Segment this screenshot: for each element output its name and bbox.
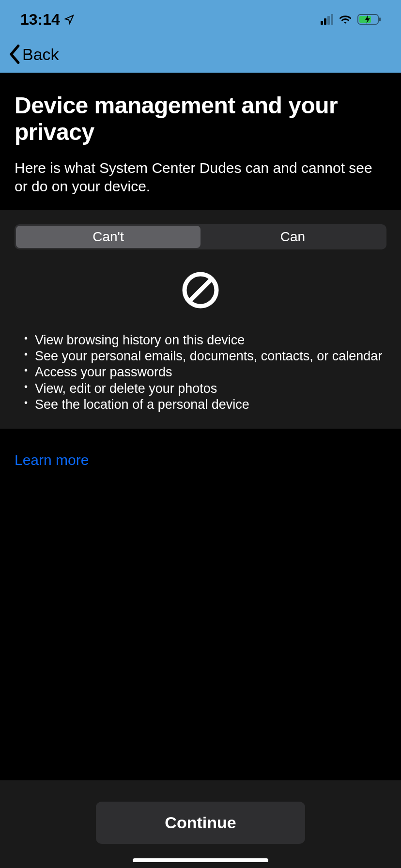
list-item: See your personal emails, documents, con…: [23, 349, 383, 364]
status-bar: 13:14: [0, 0, 401, 39]
list-item: View, edit or delete your photos: [23, 381, 383, 396]
cellular-signal-icon: [321, 14, 333, 25]
list-item: View browsing history on this device: [23, 333, 383, 348]
tab-can[interactable]: Can: [200, 226, 385, 248]
capability-list: View browsing history on this device See…: [15, 333, 386, 412]
back-button[interactable]: Back: [9, 45, 59, 64]
page-title: Device management and your privacy: [15, 92, 386, 145]
prohibited-icon: [181, 271, 220, 310]
list-item: See the location of a personal device: [23, 397, 383, 412]
battery-charging-icon: [357, 14, 382, 25]
wifi-icon: [338, 14, 353, 25]
back-label: Back: [22, 45, 59, 64]
footer: Continue: [0, 780, 401, 868]
page-subtitle: Here is what System Center Dudes can and…: [15, 159, 386, 195]
nav-header: Back: [0, 39, 401, 73]
segmented-control: Can't Can: [15, 224, 386, 249]
list-item: Access your passwords: [23, 365, 383, 380]
content-header: Device management and your privacy Here …: [0, 73, 401, 210]
capability-icon-container: [15, 271, 386, 310]
svg-rect-1: [379, 17, 381, 21]
home-indicator[interactable]: [133, 858, 268, 862]
continue-button[interactable]: Continue: [96, 802, 305, 844]
capabilities-section: Can't Can View browsing history on this …: [0, 210, 401, 428]
location-arrow-icon: [64, 14, 75, 25]
status-time: 13:14: [20, 11, 60, 29]
learn-more-section: Learn more: [0, 429, 401, 492]
tab-cant[interactable]: Can't: [16, 226, 200, 248]
status-indicators: [321, 14, 382, 25]
learn-more-link[interactable]: Learn more: [15, 452, 89, 468]
chevron-left-icon: [9, 45, 21, 64]
svg-line-4: [190, 279, 211, 301]
status-time-group: 13:14: [20, 11, 75, 29]
